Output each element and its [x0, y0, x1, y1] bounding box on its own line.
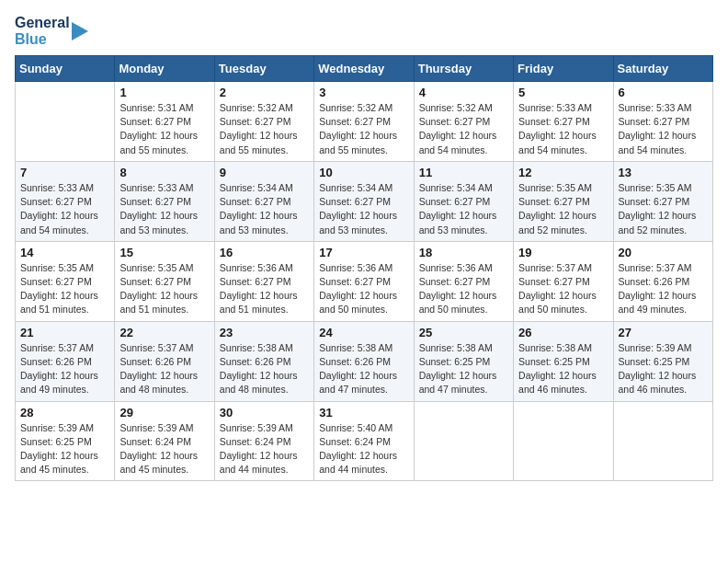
day-info: Sunrise: 5:39 AM Sunset: 6:25 PM Dayligh…	[20, 421, 109, 477]
day-info: Sunrise: 5:39 AM Sunset: 6:25 PM Dayligh…	[619, 341, 708, 397]
day-info: Sunrise: 5:34 AM Sunset: 6:27 PM Dayligh…	[319, 181, 408, 237]
day-info: Sunrise: 5:33 AM Sunset: 6:27 PM Dayligh…	[619, 101, 708, 157]
day-number: 19	[518, 246, 608, 259]
calendar-cell: 4Sunrise: 5:32 AM Sunset: 6:27 PM Daylig…	[414, 82, 513, 162]
calendar-cell: 22Sunrise: 5:37 AM Sunset: 6:26 PM Dayli…	[115, 321, 214, 401]
calendar-cell: 20Sunrise: 5:37 AM Sunset: 6:26 PM Dayli…	[613, 241, 712, 321]
calendar-cell: 2Sunrise: 5:32 AM Sunset: 6:27 PM Daylig…	[214, 82, 313, 162]
day-info: Sunrise: 5:39 AM Sunset: 6:24 PM Dayligh…	[119, 421, 209, 477]
day-info: Sunrise: 5:33 AM Sunset: 6:27 PM Dayligh…	[20, 181, 109, 237]
day-info: Sunrise: 5:36 AM Sunset: 6:27 PM Dayligh…	[220, 261, 309, 317]
day-number: 16	[220, 246, 309, 259]
calendar-cell: 25Sunrise: 5:38 AM Sunset: 6:25 PM Dayli…	[414, 321, 513, 401]
calendar-week-row: 1Sunrise: 5:31 AM Sunset: 6:27 PM Daylig…	[16, 82, 713, 162]
day-info: Sunrise: 5:37 AM Sunset: 6:27 PM Dayligh…	[518, 261, 608, 317]
calendar-cell: 1Sunrise: 5:31 AM Sunset: 6:27 PM Daylig…	[115, 82, 214, 162]
calendar-cell	[414, 401, 513, 481]
day-number: 8	[119, 166, 209, 179]
calendar-cell: 23Sunrise: 5:38 AM Sunset: 6:26 PM Dayli…	[214, 321, 313, 401]
day-info: Sunrise: 5:31 AM Sunset: 6:27 PM Dayligh…	[119, 101, 209, 157]
calendar-cell: 26Sunrise: 5:38 AM Sunset: 6:25 PM Dayli…	[514, 321, 613, 401]
calendar-cell: 19Sunrise: 5:37 AM Sunset: 6:27 PM Dayli…	[514, 241, 613, 321]
logo-arrow-icon	[72, 17, 92, 45]
calendar-cell: 31Sunrise: 5:40 AM Sunset: 6:24 PM Dayli…	[314, 401, 414, 481]
day-info: Sunrise: 5:36 AM Sunset: 6:27 PM Dayligh…	[419, 261, 508, 317]
day-info: Sunrise: 5:33 AM Sunset: 6:27 PM Dayligh…	[518, 101, 608, 157]
day-info: Sunrise: 5:34 AM Sunset: 6:27 PM Dayligh…	[419, 181, 508, 237]
calendar-cell: 16Sunrise: 5:36 AM Sunset: 6:27 PM Dayli…	[214, 241, 313, 321]
logo-text-general: General	[15, 15, 70, 31]
page-header: General Blue	[15, 15, 713, 48]
calendar-week-row: 14Sunrise: 5:35 AM Sunset: 6:27 PM Dayli…	[16, 241, 713, 321]
day-info: Sunrise: 5:35 AM Sunset: 6:27 PM Dayligh…	[119, 261, 209, 317]
day-number: 24	[319, 326, 408, 339]
calendar-week-row: 7Sunrise: 5:33 AM Sunset: 6:27 PM Daylig…	[16, 161, 713, 241]
calendar-cell: 6Sunrise: 5:33 AM Sunset: 6:27 PM Daylig…	[613, 82, 712, 162]
calendar-cell: 28Sunrise: 5:39 AM Sunset: 6:25 PM Dayli…	[16, 401, 115, 481]
day-info: Sunrise: 5:37 AM Sunset: 6:26 PM Dayligh…	[619, 261, 708, 317]
calendar-cell: 5Sunrise: 5:33 AM Sunset: 6:27 PM Daylig…	[514, 82, 613, 162]
calendar-cell	[16, 82, 115, 162]
day-number: 15	[119, 246, 209, 259]
day-info: Sunrise: 5:32 AM Sunset: 6:27 PM Dayligh…	[220, 101, 309, 157]
day-info: Sunrise: 5:32 AM Sunset: 6:27 PM Dayligh…	[319, 101, 408, 157]
day-number: 4	[419, 86, 508, 99]
day-info: Sunrise: 5:35 AM Sunset: 6:27 PM Dayligh…	[619, 181, 708, 237]
day-number: 30	[220, 406, 309, 419]
calendar-cell	[613, 401, 712, 481]
day-number: 12	[518, 166, 608, 179]
calendar-cell: 15Sunrise: 5:35 AM Sunset: 6:27 PM Dayli…	[115, 241, 214, 321]
header-monday: Monday	[115, 56, 214, 82]
day-number: 21	[20, 326, 109, 339]
header-wednesday: Wednesday	[314, 56, 414, 82]
day-number: 27	[619, 326, 708, 339]
day-info: Sunrise: 5:38 AM Sunset: 6:25 PM Dayligh…	[518, 341, 608, 397]
calendar-cell: 18Sunrise: 5:36 AM Sunset: 6:27 PM Dayli…	[414, 241, 513, 321]
day-number: 5	[518, 86, 608, 99]
calendar-cell: 8Sunrise: 5:33 AM Sunset: 6:27 PM Daylig…	[115, 161, 214, 241]
calendar-week-row: 21Sunrise: 5:37 AM Sunset: 6:26 PM Dayli…	[16, 321, 713, 401]
day-info: Sunrise: 5:36 AM Sunset: 6:27 PM Dayligh…	[319, 261, 408, 317]
calendar-table: SundayMondayTuesdayWednesdayThursdayFrid…	[15, 55, 713, 481]
header-tuesday: Tuesday	[214, 56, 313, 82]
header-sunday: Sunday	[16, 56, 115, 82]
day-info: Sunrise: 5:39 AM Sunset: 6:24 PM Dayligh…	[220, 421, 309, 477]
day-number: 17	[319, 246, 408, 259]
calendar-cell: 10Sunrise: 5:34 AM Sunset: 6:27 PM Dayli…	[314, 161, 414, 241]
calendar-week-row: 28Sunrise: 5:39 AM Sunset: 6:25 PM Dayli…	[16, 401, 713, 481]
day-number: 3	[319, 86, 408, 99]
day-number: 31	[319, 406, 408, 419]
header-friday: Friday	[514, 56, 613, 82]
calendar-cell	[514, 401, 613, 481]
day-info: Sunrise: 5:37 AM Sunset: 6:26 PM Dayligh…	[20, 341, 109, 397]
day-number: 11	[419, 166, 508, 179]
calendar-cell: 12Sunrise: 5:35 AM Sunset: 6:27 PM Dayli…	[514, 161, 613, 241]
calendar-header-row: SundayMondayTuesdayWednesdayThursdayFrid…	[16, 56, 713, 82]
day-number: 1	[119, 86, 209, 99]
day-info: Sunrise: 5:38 AM Sunset: 6:26 PM Dayligh…	[319, 341, 408, 397]
calendar-cell: 11Sunrise: 5:34 AM Sunset: 6:27 PM Dayli…	[414, 161, 513, 241]
day-number: 28	[20, 406, 109, 419]
svg-marker-0	[72, 22, 88, 40]
calendar-cell: 3Sunrise: 5:32 AM Sunset: 6:27 PM Daylig…	[314, 82, 414, 162]
day-info: Sunrise: 5:35 AM Sunset: 6:27 PM Dayligh…	[20, 261, 109, 317]
calendar-cell: 21Sunrise: 5:37 AM Sunset: 6:26 PM Dayli…	[16, 321, 115, 401]
calendar-cell: 27Sunrise: 5:39 AM Sunset: 6:25 PM Dayli…	[613, 321, 712, 401]
day-info: Sunrise: 5:35 AM Sunset: 6:27 PM Dayligh…	[518, 181, 608, 237]
day-number: 7	[20, 166, 109, 179]
calendar-cell: 9Sunrise: 5:34 AM Sunset: 6:27 PM Daylig…	[214, 161, 313, 241]
calendar-cell: 24Sunrise: 5:38 AM Sunset: 6:26 PM Dayli…	[314, 321, 414, 401]
day-number: 9	[220, 166, 309, 179]
day-number: 6	[619, 86, 708, 99]
day-number: 22	[119, 326, 209, 339]
calendar-cell: 29Sunrise: 5:39 AM Sunset: 6:24 PM Dayli…	[115, 401, 214, 481]
logo-text-blue: Blue	[15, 31, 70, 48]
calendar-cell: 30Sunrise: 5:39 AM Sunset: 6:24 PM Dayli…	[214, 401, 313, 481]
calendar-cell: 13Sunrise: 5:35 AM Sunset: 6:27 PM Dayli…	[613, 161, 712, 241]
day-number: 23	[220, 326, 309, 339]
day-number: 2	[220, 86, 309, 99]
day-info: Sunrise: 5:34 AM Sunset: 6:27 PM Dayligh…	[220, 181, 309, 237]
header-thursday: Thursday	[414, 56, 513, 82]
header-saturday: Saturday	[613, 56, 712, 82]
day-info: Sunrise: 5:33 AM Sunset: 6:27 PM Dayligh…	[119, 181, 209, 237]
